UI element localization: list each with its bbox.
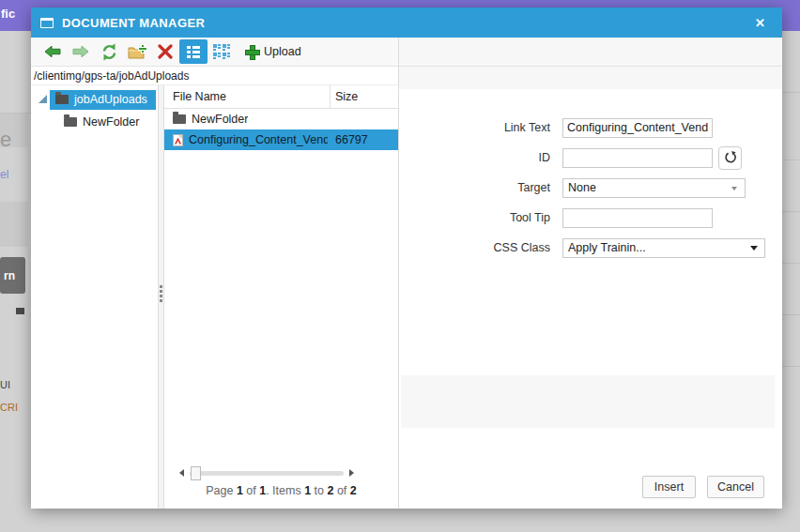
panel-footer-band	[401, 375, 775, 428]
background-header-text: fic	[1, 7, 15, 21]
background-text-fragment: UI	[0, 379, 10, 390]
tooltip-input[interactable]	[562, 208, 713, 228]
new-folder-button[interactable]	[123, 39, 151, 64]
pdf-file-icon	[173, 134, 183, 146]
form-row-css-class: CSS Class Apply Trainin...	[399, 238, 782, 257]
horizontal-scrollbar[interactable]	[179, 465, 354, 480]
target-label: Target	[399, 181, 562, 194]
scrollbar-track[interactable]	[190, 471, 344, 476]
css-class-selected-value: Apply Trainin...	[568, 241, 646, 254]
form-row-tooltip: Tool Tip	[399, 208, 782, 227]
column-header-file-name[interactable]: File Name	[173, 90, 226, 103]
new-folder-icon	[128, 44, 147, 60]
close-icon[interactable]: ✕	[747, 14, 773, 32]
background-button-fragment: rn	[0, 257, 25, 294]
dialog-titlebar[interactable]: DOCUMENT MANAGER ✕	[31, 8, 782, 38]
tree-node-label: NewFolder	[83, 115, 139, 129]
link-text-label: Link Text	[399, 121, 562, 134]
id-label: ID	[399, 151, 562, 164]
current-path: /clientimg/gps-ta/jobAdUploads	[31, 67, 398, 85]
background-row-divider	[782, 263, 800, 264]
folder-icon	[55, 95, 69, 104]
tree-node-newfolder[interactable]: NewFolder	[31, 111, 158, 132]
background-text-fragment: e	[0, 128, 11, 152]
tree-node-label: jobAdUploads	[74, 93, 147, 106]
dialog-body: Upload /clientimg/gps-ta/jobAdUploads jo…	[31, 38, 782, 509]
background-row-band	[0, 202, 28, 247]
form-row-link-text: Link Text	[399, 118, 782, 137]
folder-icon	[173, 114, 186, 124]
panel-subheader-band	[399, 67, 782, 89]
file-row-pdf-selected[interactable]: Configuring_Content_Vendo 66797	[164, 129, 398, 150]
refresh-icon	[100, 43, 118, 61]
forward-button[interactable]	[67, 39, 95, 64]
upload-button[interactable]: Upload	[245, 45, 301, 58]
background-row-divider	[782, 160, 800, 160]
properties-panel: Link Text ID Tar	[399, 38, 782, 509]
file-row-newfolder[interactable]: NewFolder	[164, 109, 398, 129]
browser-section: Upload /clientimg/gps-ta/jobAdUploads jo…	[31, 38, 399, 509]
cancel-button[interactable]: Cancel	[707, 476, 764, 498]
target-select[interactable]: None	[562, 178, 746, 198]
form-row-target: Target None	[399, 178, 782, 197]
link-properties-form: Link Text ID Tar	[399, 89, 782, 257]
rotate-refresh-icon	[724, 151, 737, 164]
dialog-title: DOCUMENT MANAGER	[62, 16, 205, 30]
css-class-select[interactable]: Apply Trainin...	[562, 238, 765, 258]
browser-content: jobAdUploads NewFolder	[31, 85, 398, 509]
folder-tree: jobAdUploads NewFolder	[31, 85, 158, 509]
upload-button-label: Upload	[264, 45, 301, 58]
background-row-divider	[782, 314, 800, 315]
dropdown-arrow-icon	[750, 246, 758, 251]
file-name: NewFolder	[192, 113, 248, 126]
background-row-divider	[782, 92, 800, 93]
file-list-header: File Name Size	[164, 85, 398, 109]
link-text-input[interactable]	[562, 118, 713, 138]
column-divider[interactable]	[330, 85, 331, 109]
insert-button[interactable]: Insert	[642, 476, 696, 498]
background-row-divider	[782, 366, 800, 367]
tree-splitter[interactable]	[158, 85, 164, 509]
folder-icon	[64, 117, 77, 127]
form-row-id: ID	[399, 148, 782, 167]
background-printer-icon	[16, 308, 24, 314]
target-selected-value: None	[568, 181, 596, 194]
generate-id-button[interactable]	[718, 146, 742, 170]
list-view-icon	[187, 46, 200, 58]
file-name: Configuring_Content_Vendo	[189, 133, 328, 146]
id-input[interactable]	[562, 148, 713, 168]
panel-header-band	[399, 38, 782, 67]
background-row-divider	[782, 211, 800, 212]
grid-view-button[interactable]	[208, 39, 236, 64]
window-icon	[40, 18, 54, 28]
delete-button[interactable]	[151, 39, 179, 64]
background-link-fragment: el	[0, 168, 8, 181]
tooltip-label: Tool Tip	[399, 211, 562, 224]
splitter-grip-icon	[160, 283, 162, 304]
scroll-right-icon[interactable]	[349, 469, 354, 477]
forward-icon	[71, 44, 90, 59]
refresh-button[interactable]	[95, 39, 123, 64]
background-text-fragment: CRI	[0, 402, 18, 413]
chevron-down-icon	[731, 187, 737, 190]
tree-expander-icon[interactable]	[38, 95, 47, 103]
file-size: 66797	[335, 133, 368, 146]
toolbar: Upload	[31, 38, 398, 67]
screen: fic e el rn UI CRI DOCUMENT MANAGER ✕	[0, 0, 800, 532]
scrollbar-thumb[interactable]	[191, 466, 201, 480]
document-manager-dialog: DOCUMENT MANAGER ✕	[31, 8, 782, 509]
back-button[interactable]	[38, 39, 67, 64]
list-view-button[interactable]	[179, 39, 208, 64]
css-class-label: CSS Class	[399, 241, 562, 254]
grid-view-icon	[213, 44, 230, 59]
tree-node-jobaduploads[interactable]: jobAdUploads	[31, 89, 158, 111]
upload-plus-icon	[245, 45, 258, 58]
tree-node-selected[interactable]: jobAdUploads	[50, 90, 156, 110]
delete-icon	[158, 44, 173, 59]
file-list: File Name Size NewFolder Configuring_Con…	[164, 85, 398, 509]
back-icon	[43, 44, 62, 59]
pagination-status: Page 1 of 1. Items 1 to 2 of 2	[164, 484, 398, 497]
scroll-left-icon[interactable]	[179, 469, 184, 477]
column-header-size[interactable]: Size	[335, 90, 358, 103]
